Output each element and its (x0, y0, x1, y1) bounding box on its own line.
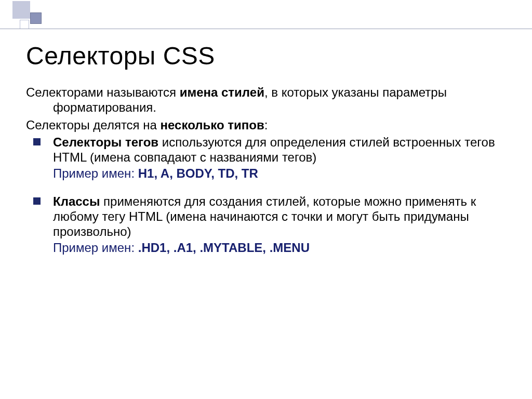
divider (0, 29, 532, 29)
slide-body: Селекторами называются имена стилей, в к… (26, 85, 516, 256)
bullet-text: Классы применяются для создания стилей, … (53, 194, 516, 240)
square-icon (30, 12, 42, 24)
slide: Селекторы CSS Селекторами называются име… (0, 0, 532, 399)
slide-content: Селекторы CSS Селекторами называются име… (26, 42, 516, 268)
text-bold: несколько типов (161, 118, 264, 132)
text: Селекторы делятся на (26, 118, 161, 132)
bullet-text: Селекторы тегов используются для определ… (53, 135, 516, 165)
list-item: Селекторы тегов используются для определ… (26, 135, 516, 181)
example-value: H1, A, BODY, TD, TR (138, 166, 258, 180)
text-bold: имена стилей (180, 85, 264, 99)
text-bold: Селекторы тегов (53, 135, 158, 149)
square-icon (20, 20, 29, 29)
text: применяются для создания стилей, которые… (53, 194, 476, 239)
list-item: Классы применяются для создания стилей, … (26, 194, 516, 256)
text: : (264, 118, 268, 132)
bullet-list: Селекторы тегов используются для определ… (26, 135, 516, 256)
square-icon (12, 1, 30, 19)
example-line: Пример имен: H1, A, BODY, TD, TR (53, 166, 516, 181)
example-label: Пример имен: (53, 166, 138, 180)
example-value: .HD1, .A1, .MYTABLE, .MENU (138, 241, 310, 255)
corner-decoration (0, 0, 62, 31)
text: Селекторами называются (26, 85, 180, 99)
slide-title: Селекторы CSS (26, 42, 516, 70)
example-label: Пример имен: (53, 241, 138, 255)
text-bold: Классы (53, 194, 100, 208)
example-line: Пример имен: .HD1, .A1, .MYTABLE, .MENU (53, 240, 516, 255)
intro-line-1: Селекторами называются имена стилей, в к… (26, 85, 516, 115)
intro-line-2: Селекторы делятся на несколько типов: (26, 117, 516, 132)
